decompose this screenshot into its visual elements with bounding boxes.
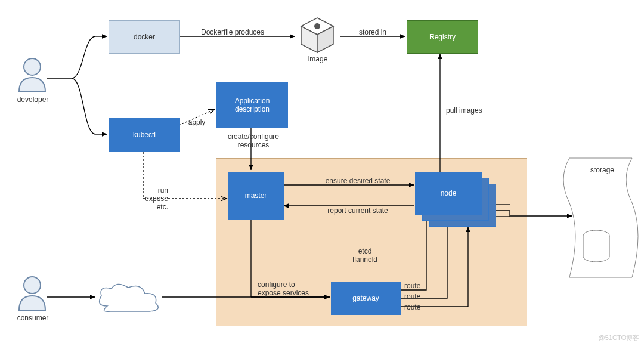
svg-point-20 xyxy=(314,23,320,29)
createcfg-label: create/configure resources xyxy=(221,132,286,149)
etcd-label: etcd flanneld xyxy=(341,247,389,264)
gateway-box: gateway xyxy=(331,282,401,315)
storedin-label: stored in xyxy=(352,28,394,36)
developer-label: developer xyxy=(12,95,54,104)
kubectl-box: kubectl xyxy=(109,118,180,152)
svg-point-21 xyxy=(24,58,41,75)
gateway-label: gateway xyxy=(352,294,379,302)
storage-label: storage xyxy=(584,166,620,174)
apply-label: apply xyxy=(184,118,210,126)
diagram-canvas: docker kubectl Application description R… xyxy=(0,0,644,346)
docker-label: docker xyxy=(134,33,155,41)
route3-label: route xyxy=(404,303,428,311)
svg-marker-19 xyxy=(317,26,333,52)
route1-label: route xyxy=(404,282,428,290)
kubectl-label: kubectl xyxy=(133,131,156,139)
node-label: node xyxy=(441,189,457,197)
report-label: report current state xyxy=(310,206,405,215)
watermark: @51CTO博客 xyxy=(599,333,639,342)
ensure-label: ensure desired state xyxy=(310,177,405,185)
appdesc-label: Application description xyxy=(235,97,270,113)
svg-marker-18 xyxy=(301,26,317,52)
docker-box: docker xyxy=(109,20,180,54)
svg-point-16 xyxy=(583,230,609,241)
master-label: master xyxy=(245,191,267,200)
pull-label: pull images xyxy=(446,106,494,115)
node-box-1: node xyxy=(415,172,482,215)
cfgexp-label: configure to expose services xyxy=(258,280,323,297)
svg-point-22 xyxy=(24,277,41,294)
image-label: image xyxy=(303,55,333,63)
dockerfile-label: Dockerfile produces xyxy=(191,28,274,36)
route2-label: route xyxy=(404,292,428,301)
consumer-label: consumer xyxy=(12,314,54,322)
svg-marker-17 xyxy=(301,18,333,35)
appdesc-box: Application description xyxy=(216,82,288,128)
registry-box: Registry xyxy=(407,20,478,54)
registry-label: Registry xyxy=(429,33,456,41)
runexpose-label: run expose etc. xyxy=(132,186,168,211)
master-box: master xyxy=(228,172,284,220)
